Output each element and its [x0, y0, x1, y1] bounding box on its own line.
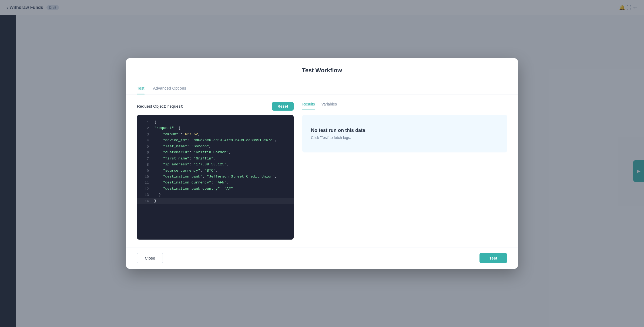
test-button[interactable]: Test: [479, 253, 507, 263]
code-line-12: 12 "destination_bank_country": "AF": [137, 186, 294, 192]
tab-test[interactable]: Test: [137, 83, 145, 94]
code-line-11: 11 "destination_currency": "AFN",: [137, 180, 294, 186]
modal-header: Test Workflow: [126, 58, 518, 80]
code-line-4: 4 "device_id": "dd0e7bc6-dd13-4fe9-b40d-…: [137, 137, 294, 143]
right-panel: Results Variables No test run on this da…: [302, 102, 507, 240]
code-line-6: 6 "customerId": "Griffin Gordon",: [137, 149, 294, 155]
tab-advanced-options[interactable]: Advanced Options: [153, 83, 186, 94]
test-workflow-modal: Test Workflow Test Advanced Options Requ…: [126, 58, 518, 269]
modal-title: Test Workflow: [137, 67, 507, 74]
request-label-row: Request Object: request Reset: [137, 102, 294, 111]
close-button[interactable]: Close: [137, 253, 163, 263]
code-line-2: 2 "request": {: [137, 125, 294, 131]
modal-overlay: Test Workflow Test Advanced Options Requ…: [0, 0, 644, 327]
tab-results[interactable]: Results: [302, 102, 315, 110]
no-test-box: No test run on this data Click 'Test' to…: [302, 115, 507, 152]
modal-tabs: Test Advanced Options: [126, 83, 518, 94]
code-line-13: 13 }: [137, 192, 294, 198]
code-editor[interactable]: 1 { 2 "request": { 3 "amount": 627.62, 4…: [137, 115, 294, 240]
modal-footer: Close Test: [126, 247, 518, 269]
no-test-title: No test run on this data: [311, 128, 498, 133]
request-label: Request Object: request: [137, 104, 183, 109]
left-panel: Request Object: request Reset 1 { 2 "req…: [137, 102, 294, 240]
code-line-5: 5 "last_name": "Gordon",: [137, 144, 294, 149]
request-code-label: request: [167, 104, 183, 109]
code-line-8: 8 "ip_address": "177.89.53.125",: [137, 162, 294, 168]
modal-body: Request Object: request Reset 1 { 2 "req…: [126, 94, 518, 247]
tab-variables[interactable]: Variables: [321, 102, 337, 110]
code-line-10: 10 "destination_bank": "Jefferson Street…: [137, 174, 294, 180]
result-tabs: Results Variables: [302, 102, 507, 110]
no-test-subtitle: Click 'Test' to fetch logs.: [311, 135, 498, 140]
code-line-1: 1 {: [137, 119, 294, 125]
code-line-3: 3 "amount": 627.62,: [137, 131, 294, 137]
code-line-9: 9 "source_currency": "BTC",: [137, 168, 294, 174]
reset-button[interactable]: Reset: [272, 102, 294, 111]
code-line-14: 14 }: [137, 198, 294, 204]
code-line-7: 7 "first_name": "Griffin",: [137, 156, 294, 162]
